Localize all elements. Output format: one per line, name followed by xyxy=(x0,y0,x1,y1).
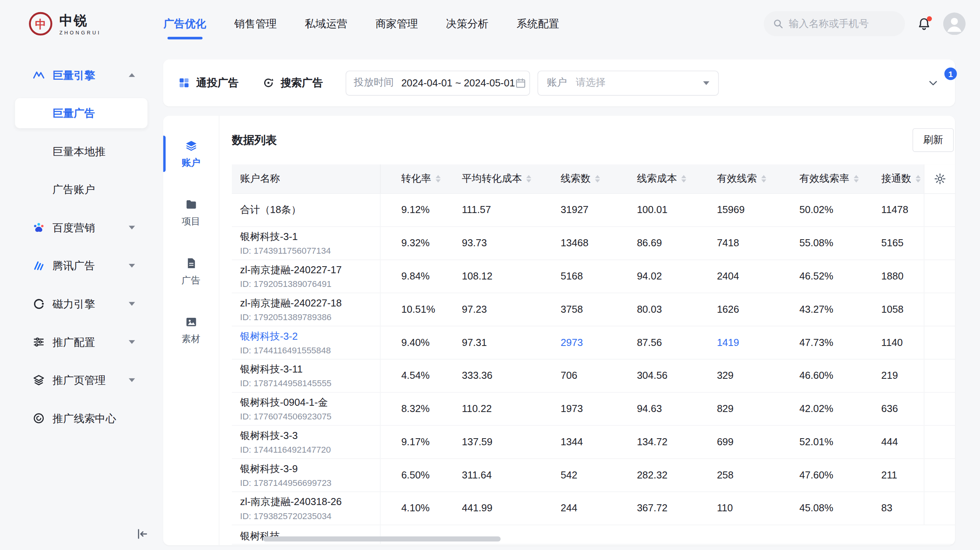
table-cell: 6.50% xyxy=(381,459,454,491)
ad-type-tab-general-ads[interactable]: 通投广告 xyxy=(178,76,239,90)
cell-value: 4.54% xyxy=(401,370,430,382)
account-name: 银树科技-3-11 xyxy=(240,363,302,376)
horizontal-scrollbar-thumb[interactable] xyxy=(263,536,501,541)
notification-bell-button[interactable] xyxy=(917,16,931,31)
column-header-2[interactable]: 平均转化成本 xyxy=(454,165,553,193)
cell-value: 7418 xyxy=(717,238,739,249)
nav-item-merchant-management[interactable]: 商家管理 xyxy=(376,0,418,48)
ad-type-tab-search-ads[interactable]: 搜索广告 xyxy=(263,76,323,90)
sidebar-collapse-button[interactable] xyxy=(135,527,148,541)
expand-filters-button[interactable] xyxy=(928,77,939,89)
table-cell: 100.01 xyxy=(629,194,710,226)
cell-value: 1344 xyxy=(561,436,583,448)
cell-value: 1973 xyxy=(561,403,583,415)
sort-icon[interactable] xyxy=(595,175,600,183)
column-header-label: 转化率 xyxy=(401,172,431,186)
table-cell: 4.54% xyxy=(381,360,454,392)
cell-value: 137.59 xyxy=(462,436,492,448)
sidebar-item-magnetic-engine[interactable]: 磁力引擎 xyxy=(15,289,147,319)
refresh-button[interactable]: 刷新 xyxy=(912,128,954,152)
avatar[interactable] xyxy=(943,13,966,35)
sidebar-item-baidu-marketing[interactable]: 百度营销 xyxy=(15,213,147,243)
sort-icon[interactable] xyxy=(854,175,859,183)
cell-value: 4.10% xyxy=(401,503,430,514)
rail-tab-material[interactable]: 素材 xyxy=(163,310,218,351)
sort-icon[interactable] xyxy=(436,175,441,183)
top-nav: 广告优化销售管理私域运营商家管理决策分析系统配置 xyxy=(164,0,559,48)
cell-value: 2404 xyxy=(717,271,739,282)
sort-icon[interactable] xyxy=(681,175,686,183)
sidebar-item-promotion-pages[interactable]: 推广页管理 xyxy=(15,365,147,395)
sidebar-item-ad-accounts[interactable]: 广告账户 xyxy=(15,174,147,204)
table-row: 银树科技-0904-1-金ID: 17760745069230758.32%11… xyxy=(232,392,955,426)
table-cell: 333.36 xyxy=(454,360,553,392)
column-header-4[interactable]: 线索成本 xyxy=(629,165,710,193)
account-select-placeholder: 请选择 xyxy=(576,76,606,90)
filter-count-badge: 1 xyxy=(944,68,957,80)
cell-value: 108.12 xyxy=(462,271,492,282)
calendar-icon xyxy=(515,77,526,89)
column-header-label: 线索成本 xyxy=(637,172,677,186)
cell-value: 52.01% xyxy=(799,436,833,448)
cell-value: 441.99 xyxy=(462,503,492,514)
column-header-5[interactable]: 有效线索 xyxy=(709,165,792,193)
table-cell: 31927 xyxy=(553,194,629,226)
sidebar-item-ocean-local[interactable]: 巨量本地推 xyxy=(15,136,147,167)
chevron-down-icon xyxy=(129,378,135,382)
baidu-icon xyxy=(32,221,45,234)
account-name: zl-南京捷融-240318-26 xyxy=(240,496,342,509)
cell-value: 134.72 xyxy=(637,436,667,448)
global-search-input[interactable]: 输入名称或手机号 xyxy=(764,11,905,36)
table-row: 银树科技-3-9ID: 17871449566997236.50%311.645… xyxy=(232,459,955,492)
column-header-6[interactable]: 有效线索率 xyxy=(792,165,874,193)
column-header-3[interactable]: 线索数 xyxy=(553,165,629,193)
cell-value[interactable]: 2973 xyxy=(561,337,583,348)
sidebar-item-promotion-leads[interactable]: 推广线索中心 xyxy=(15,403,147,434)
sidebar-item-ocean-engine[interactable]: 巨量引擎 xyxy=(15,60,147,90)
nav-item-sales-management[interactable]: 销售管理 xyxy=(234,0,277,48)
date-range-picker[interactable]: 投放时间 2024-04-01 ~ 2024-05-01 xyxy=(346,70,530,95)
sidebar-item-ocean-ads[interactable]: 巨量广告 xyxy=(15,98,147,128)
table-cell: 444 xyxy=(874,426,924,458)
column-header-1[interactable]: 转化率 xyxy=(381,165,454,193)
sidebar-item-tencent-ads[interactable]: 腾讯广告 xyxy=(15,251,147,281)
cell-value[interactable]: 1419 xyxy=(717,337,739,348)
nav-item-system-config[interactable]: 系统配置 xyxy=(517,0,559,48)
sort-icon[interactable] xyxy=(526,175,531,183)
column-header-7[interactable]: 接通数 xyxy=(874,165,924,193)
account-id: ID: 1744116492147720 xyxy=(240,444,331,455)
table-cell: 94.63 xyxy=(629,392,710,425)
sort-icon[interactable] xyxy=(761,175,766,183)
ad-type-tabs: 通投广告搜索广告 xyxy=(178,76,323,90)
table-cell: 829 xyxy=(709,392,792,425)
gear-icon[interactable] xyxy=(934,172,946,185)
sidebar-item-label: 巨量引擎 xyxy=(52,68,129,82)
nav-item-ad-optimization[interactable]: 广告优化 xyxy=(164,0,206,48)
account-name: 银树科技-3-9 xyxy=(240,463,298,476)
sidebar-item-promotion-config[interactable]: 推广配置 xyxy=(15,327,147,357)
nav-item-decision-analysis[interactable]: 决策分析 xyxy=(446,0,489,48)
account-name: 银树科技-3-3 xyxy=(240,430,298,443)
cell-value: 444 xyxy=(881,436,898,448)
cell-value: 46.60% xyxy=(799,370,833,382)
account-id: ID: 1787144958145555 xyxy=(240,378,331,389)
table-cell: 50.02% xyxy=(792,194,874,226)
rail-tab-account[interactable]: 账户 xyxy=(163,133,218,175)
table-cell: 304.56 xyxy=(629,360,710,392)
nav-item-private-domain[interactable]: 私域运营 xyxy=(305,0,347,48)
sidebar-item-label: 百度营销 xyxy=(52,220,129,235)
logo-subtitle: ZHONGRUI xyxy=(59,30,101,36)
data-panel: 账户项目广告素材 数据列表 刷新 账户名称转化率平均转化成本线索数线索成本有效线… xyxy=(163,116,955,545)
rail-tab-project[interactable]: 项目 xyxy=(163,192,218,233)
account-name[interactable]: 银树科技-3-2 xyxy=(240,330,298,344)
sort-icon[interactable] xyxy=(916,175,921,183)
table-row: 银树科技 xyxy=(232,525,955,545)
rail-tab-ad[interactable]: 广告 xyxy=(163,251,218,292)
table-cell: 137.59 xyxy=(454,426,553,458)
cell-value: 542 xyxy=(561,469,578,481)
row-settings-cell xyxy=(924,227,955,260)
column-settings-cell xyxy=(924,165,955,193)
account-select[interactable]: 账户 请选择 xyxy=(538,70,719,95)
table-cell: 9.17% xyxy=(381,426,454,458)
account-id: ID: 1793825720235034 xyxy=(240,511,331,521)
